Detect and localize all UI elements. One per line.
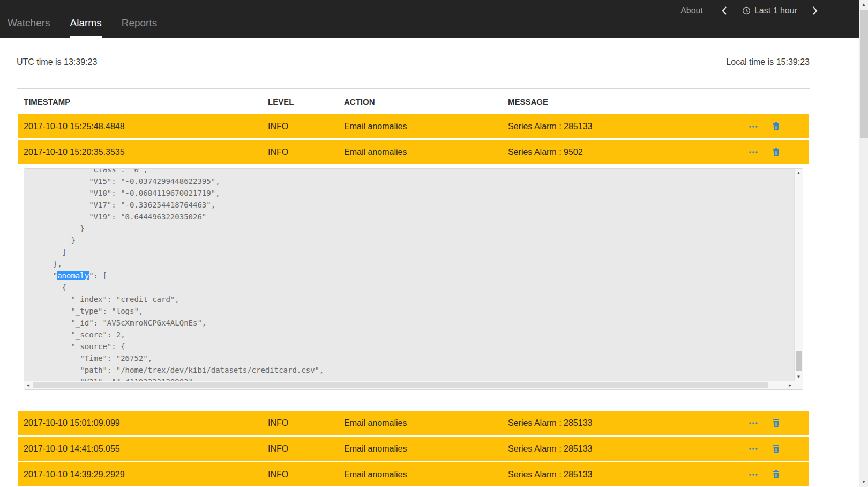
more-options-icon[interactable] — [746, 417, 760, 430]
scroll-up-arrow-icon[interactable]: ▲ — [795, 169, 803, 177]
page-vertical-scrollbar[interactable]: ▲ ▼ — [859, 0, 868, 487]
column-header-message: MESSAGE — [508, 97, 744, 106]
alarms-table: TIMESTAMP LEVEL ACTION MESSAGE 2017-10-1… — [17, 88, 810, 487]
column-header-timestamp: TIMESTAMP — [18, 97, 268, 106]
horizontal-scroll-thumb[interactable] — [33, 382, 768, 388]
about-link[interactable]: About — [680, 6, 703, 16]
json-after-selection: ": [ { "_index": "credit_card", "_type":… — [35, 271, 324, 381]
alarm-action: Email anomalies — [344, 418, 508, 428]
scrollbar-corner — [794, 381, 803, 389]
time-range-picker[interactable]: Last 1 hour — [742, 6, 797, 16]
alarm-action: Email anomalies — [344, 444, 508, 454]
table-row[interactable]: 2017-10-10 15:20:35.3535 INFO Email anom… — [18, 140, 809, 164]
tab-reports[interactable]: Reports — [122, 17, 158, 38]
time-status-bar: UTC time is 13:39:23 Local time is 15:39… — [17, 38, 810, 88]
utc-time-label: UTC time is 13:39:23 — [17, 57, 97, 67]
alarm-level: INFO — [268, 470, 344, 479]
json-before-selection: "Class": "0", "V15": "-0.037429944862239… — [35, 169, 220, 280]
delete-trash-icon[interactable] — [769, 120, 783, 133]
row-actions — [744, 468, 809, 481]
alarm-level: INFO — [268, 418, 344, 428]
more-options-icon[interactable] — [746, 146, 760, 159]
alarm-message: Series Alarm : 285133 — [508, 444, 744, 454]
alarm-timestamp: 2017-10-10 15:25:48.4848 — [18, 122, 268, 131]
scroll-left-arrow-icon[interactable]: ◄ — [24, 381, 32, 389]
table-row[interactable]: 2017-10-10 15:01:09.099 INFO Email anoma… — [18, 411, 809, 435]
alarm-timestamp: 2017-10-10 15:20:35.3535 — [18, 147, 268, 157]
time-range-label: Last 1 hour — [754, 6, 797, 16]
alarm-message: Series Alarm : 285133 — [508, 418, 744, 428]
local-time-label: Local time is 15:39:23 — [726, 57, 810, 67]
table-row[interactable]: 2017-10-10 14:41:05.055 INFO Email anoma… — [18, 437, 809, 461]
topbar-right-controls: About Last 1 hour — [680, 5, 820, 17]
tab-watchers[interactable]: Watchers — [8, 17, 50, 38]
more-options-icon[interactable] — [746, 120, 760, 133]
column-header-action: ACTION — [344, 97, 508, 106]
alarm-message: Series Alarm : 9502 — [508, 147, 744, 157]
alarm-detail-panel: "Class": "0", "V15": "-0.037429944862239… — [18, 164, 809, 409]
row-actions — [744, 120, 809, 133]
code-horizontal-scrollbar[interactable]: ◄ ► — [24, 381, 794, 389]
table-row[interactable]: 2017-10-10 14:39:29.2929 INFO Email anom… — [18, 462, 809, 486]
alarm-level: INFO — [268, 122, 344, 131]
alarm-action: Email anomalies — [344, 147, 508, 157]
alarm-json-viewer: "Class": "0", "V15": "-0.037429944862239… — [24, 168, 803, 390]
alarm-timestamp: 2017-10-10 14:39:29.2929 — [18, 470, 268, 479]
delete-trash-icon[interactable] — [769, 442, 783, 455]
alarm-message: Series Alarm : 285133 — [508, 122, 744, 131]
alarm-message: Series Alarm : 285133 — [508, 470, 744, 479]
vertical-scroll-thumb[interactable] — [796, 351, 802, 371]
table-header-row: TIMESTAMP LEVEL ACTION MESSAGE — [18, 90, 809, 113]
app-window: Watchers Alarms Reports About Last 1 hou… — [0, 0, 868, 487]
alarm-timestamp: 2017-10-10 15:01:09.099 — [18, 418, 268, 428]
alarm-timestamp: 2017-10-10 14:41:05.055 — [18, 444, 268, 454]
alarm-json-code[interactable]: "Class": "0", "V15": "-0.037429944862239… — [24, 169, 794, 381]
delete-trash-icon[interactable] — [769, 468, 783, 481]
alarm-action: Email anomalies — [344, 122, 508, 131]
top-navigation-bar: Watchers Alarms Reports About Last 1 hou… — [0, 0, 859, 38]
chevron-left-icon[interactable] — [719, 5, 729, 17]
more-options-icon[interactable] — [746, 442, 760, 455]
page-scroll-up-arrow-icon[interactable]: ▲ — [859, 1, 868, 9]
row-actions — [744, 417, 809, 430]
column-header-level: LEVEL — [268, 97, 344, 106]
chevron-right-icon[interactable] — [810, 5, 820, 17]
alarm-level: INFO — [268, 147, 344, 157]
table-row[interactable]: 2017-10-10 15:25:48.4848 INFO Email anom… — [18, 114, 809, 138]
json-payload: "Class": "0", "V15": "-0.037429944862239… — [24, 169, 794, 381]
scroll-right-arrow-icon[interactable]: ► — [786, 381, 794, 389]
scroll-down-arrow-icon[interactable]: ▼ — [795, 373, 803, 381]
clock-icon — [742, 6, 751, 15]
delete-trash-icon[interactable] — [769, 417, 783, 430]
nav-tabs: Watchers Alarms Reports — [8, 17, 177, 38]
alarm-level: INFO — [268, 444, 344, 454]
code-vertical-scrollbar[interactable]: ▲ ▼ — [794, 169, 803, 381]
delete-trash-icon[interactable] — [769, 146, 783, 159]
selected-text: anomaly — [57, 271, 89, 280]
page-scroll-thumb[interactable] — [860, 10, 868, 138]
page-scroll-down-arrow-icon[interactable]: ▼ — [859, 478, 868, 486]
more-options-icon[interactable] — [746, 468, 760, 481]
page-content: UTC time is 13:39:23 Local time is 15:39… — [17, 38, 810, 487]
row-actions — [744, 146, 809, 159]
row-actions — [744, 442, 809, 455]
alarm-action: Email anomalies — [344, 470, 508, 479]
tab-alarms[interactable]: Alarms — [70, 17, 102, 38]
main-column: Watchers Alarms Reports About Last 1 hou… — [0, 0, 859, 487]
